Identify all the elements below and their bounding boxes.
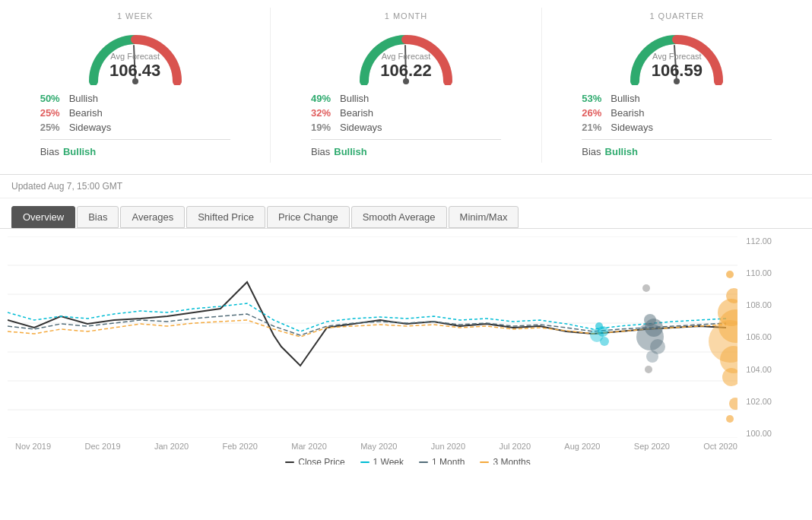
bias-row-week: Bias Bullish <box>36 144 234 159</box>
tab-bias[interactable]: Bias <box>77 206 119 228</box>
svg-point-30 <box>729 398 737 410</box>
bearish-row-month: 32% Bearish <box>307 106 505 120</box>
gauge-center-week: Avg Forecast 106.43 <box>109 52 160 81</box>
stats-quarter: 53% Bullish 26% Bearish 21% Sideways Bia… <box>578 91 776 159</box>
updated-bar: Updated Aug 7, 15:00 GMT <box>0 175 812 198</box>
bullish-row-quarter: 53% Bullish <box>578 91 776 106</box>
chart-legend: Close Price 1 Week 1 Month 3 Months <box>4 451 812 465</box>
tab-overview[interactable]: Overview <box>11 206 75 228</box>
tab-minim-max[interactable]: Minim/Max <box>449 206 519 228</box>
stats-week: 50% Bullish 25% Bearish 25% Sideways Bia… <box>36 91 234 159</box>
sideways-row-quarter: 21% Sideways <box>578 120 776 135</box>
bearish-row-quarter: 26% Bearish <box>578 106 776 120</box>
panel-1-month: 1 MONTH Avg Forecast 106.22 49% Bullish … <box>271 8 541 163</box>
legend-dot-week <box>360 461 370 463</box>
legend-week: 1 Week <box>360 457 404 465</box>
svg-point-23 <box>726 271 734 278</box>
tabs-bar: Overview Bias Averages Shifted Price Pri… <box>0 198 812 229</box>
svg-point-32 <box>642 284 650 292</box>
top-section: 1 WEEK Avg Forecast 106.43 50% Bullis <box>0 0 812 175</box>
svg-point-31 <box>726 415 734 423</box>
svg-point-29 <box>722 368 737 386</box>
y-axis: 112.00 110.00 108.00 106.00 104.00 102.0… <box>737 236 776 438</box>
bias-row-quarter: Bias Bullish <box>578 144 776 159</box>
chart-inner: 112.00 110.00 108.00 106.00 104.00 102.0… <box>8 236 776 438</box>
chart-area: 112.00 110.00 108.00 106.00 104.00 102.0… <box>0 229 812 465</box>
x-axis: Nov 2019 Dec 2019 Jan 2020 Feb 2020 Mar … <box>8 438 776 451</box>
tab-averages[interactable]: Averages <box>120 206 185 228</box>
tab-smooth-average[interactable]: Smooth Average <box>351 206 447 228</box>
stats-divider-month <box>311 139 501 140</box>
stats-month: 49% Bullish 32% Bearish 19% Sideways Bia… <box>307 91 505 159</box>
tab-shifted-price[interactable]: Shifted Price <box>186 206 265 228</box>
gauge-quarter: Avg Forecast 106.59 <box>623 24 730 85</box>
sideways-row-week: 25% Sideways <box>36 120 234 135</box>
svg-point-17 <box>600 337 609 346</box>
period-label-month: 1 MONTH <box>385 11 428 21</box>
bearish-row-week: 25% Bearish <box>36 106 234 120</box>
sideways-row-month: 19% Sideways <box>307 120 505 135</box>
panel-1-quarter: 1 QUARTER Avg Forecast 106.59 53% Bullis… <box>542 8 812 163</box>
tab-price-change[interactable]: Price Change <box>267 206 350 228</box>
legend-month: 1 Month <box>419 457 465 465</box>
panel-1-week: 1 WEEK Avg Forecast 106.43 50% Bullis <box>0 8 271 163</box>
legend-dot-month <box>419 461 428 463</box>
period-label-quarter: 1 QUARTER <box>649 11 704 21</box>
period-label-week: 1 WEEK <box>117 11 154 21</box>
svg-point-33 <box>645 366 652 373</box>
gauge-week: Avg Forecast 106.43 <box>82 24 189 85</box>
gauge-month: Avg Forecast 106.22 <box>353 24 459 85</box>
stats-divider-quarter <box>582 139 772 140</box>
chart-svg <box>8 236 737 438</box>
bullish-row-week: 50% Bullish <box>36 91 234 106</box>
svg-point-22 <box>646 350 658 363</box>
legend-dot-close <box>285 461 294 463</box>
gauge-center-quarter: Avg Forecast 106.59 <box>652 52 703 81</box>
bullish-row-month: 49% Bullish <box>307 91 505 106</box>
stats-divider-week <box>40 139 230 140</box>
legend-quarter: 3 Months <box>480 457 530 465</box>
legend-close: Close Price <box>285 457 344 465</box>
bias-row-month: Bias Bullish <box>307 144 505 159</box>
gauge-center-month: Avg Forecast 106.22 <box>380 52 431 81</box>
legend-dot-quarter <box>480 461 489 463</box>
